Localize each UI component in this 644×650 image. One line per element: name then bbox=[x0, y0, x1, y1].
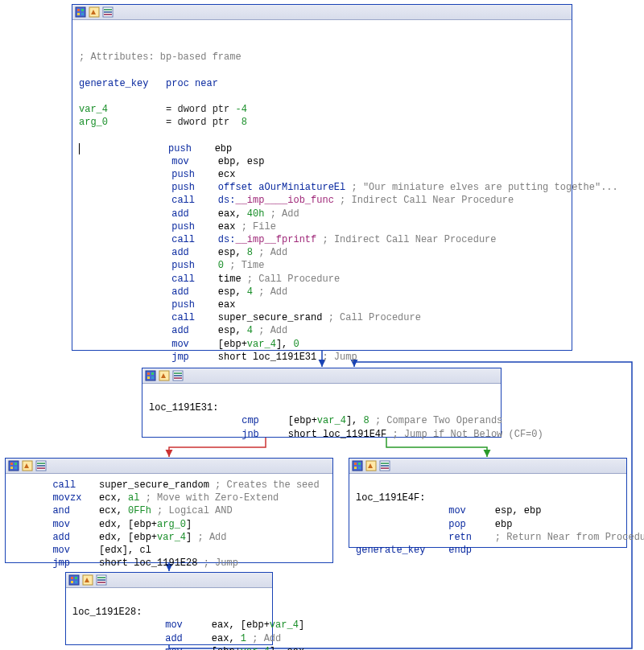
insn-call: call bbox=[171, 274, 195, 285]
svg-rect-43 bbox=[71, 581, 73, 583]
disasm-body[interactable]: loc_1191E4F: mov esp, ebp pop ebp retn ;… bbox=[349, 474, 626, 562]
svg-rect-30 bbox=[353, 461, 362, 471]
insn-jmp: jmp bbox=[52, 557, 70, 569]
insn-cmp: cmp bbox=[242, 415, 259, 426]
imp-fprintf: __imp__fprintf bbox=[235, 234, 316, 245]
paint-icon[interactable] bbox=[365, 460, 377, 471]
paint-icon[interactable] bbox=[89, 6, 100, 18]
paint-icon[interactable] bbox=[82, 574, 93, 586]
arg0-ref: arg_0 bbox=[157, 519, 186, 530]
ds-prefix: ds: bbox=[218, 195, 236, 206]
call-comment: ; Indirect Call Near Procedure bbox=[316, 234, 496, 245]
text-cursor bbox=[79, 143, 80, 154]
imm-4: 4 bbox=[247, 286, 253, 298]
imm-40h: 40h bbox=[247, 208, 265, 220]
op-movzx: ecx, bbox=[99, 492, 128, 504]
group-icon[interactable] bbox=[102, 6, 114, 18]
var4-ref: var_4 bbox=[157, 532, 186, 543]
svg-rect-13 bbox=[147, 376, 150, 379]
svg-rect-3 bbox=[77, 13, 80, 15]
attributes-comment: ; Attributes: bp-based frame bbox=[79, 51, 242, 63]
insn-call: call bbox=[171, 312, 195, 323]
insn-pop: pop bbox=[448, 519, 466, 530]
paint-icon[interactable] bbox=[159, 370, 170, 381]
add-comment: ; Add bbox=[192, 532, 226, 543]
insn-jmp: jmp bbox=[171, 352, 189, 363]
endp-name: generate_key bbox=[356, 545, 425, 556]
var4-name: var_4 bbox=[79, 104, 108, 115]
insn-push: push bbox=[171, 260, 195, 271]
op-mov2a: [ebp+ bbox=[212, 646, 241, 650]
paint-icon[interactable] bbox=[22, 460, 33, 471]
op-esp8: esp, bbox=[218, 247, 247, 258]
insn-add: add bbox=[171, 325, 189, 336]
var4-def: = dword ptr bbox=[166, 104, 235, 115]
op-mov2b: ], eax bbox=[270, 646, 304, 650]
group-icon[interactable] bbox=[379, 460, 390, 471]
op-mov1a: eax, [ebp+ bbox=[212, 619, 270, 631]
svg-rect-14 bbox=[151, 376, 154, 379]
imm-8: 8 bbox=[247, 247, 253, 258]
op-eax: eax bbox=[218, 299, 236, 311]
op-mov1b: ] bbox=[299, 619, 304, 631]
group-icon[interactable] bbox=[172, 370, 184, 381]
svg-rect-4 bbox=[81, 13, 84, 15]
node-random-body[interactable]: call super_secure_random ; Creates the s… bbox=[5, 458, 333, 563]
and-comment: ; Logical AND bbox=[151, 505, 233, 516]
svg-rect-38 bbox=[381, 465, 389, 467]
group-icon[interactable] bbox=[35, 460, 47, 471]
svg-rect-34 bbox=[358, 467, 361, 469]
insn-retn: retn bbox=[448, 532, 472, 543]
svg-rect-49 bbox=[97, 582, 105, 583]
svg-rect-0 bbox=[76, 7, 85, 17]
arg0-offset: 8 bbox=[242, 117, 247, 128]
svg-rect-11 bbox=[147, 372, 150, 375]
palette-icon[interactable] bbox=[145, 370, 156, 381]
node-titlebar bbox=[349, 459, 626, 474]
op-and: ecx, bbox=[99, 505, 128, 516]
svg-rect-28 bbox=[37, 465, 45, 467]
svg-rect-47 bbox=[97, 577, 105, 578]
palette-icon[interactable] bbox=[8, 460, 19, 471]
node-generate-key-prologue[interactable]: ; Attributes: bp-based frame generate_ke… bbox=[72, 4, 572, 351]
ida-graph-canvas[interactable]: ; Attributes: bp-based frame generate_ke… bbox=[0, 0, 644, 650]
retn-comment: ; Return Near from Procedure bbox=[495, 532, 644, 543]
svg-rect-19 bbox=[174, 377, 182, 379]
imm-4: 4 bbox=[247, 325, 253, 336]
insn-call: call bbox=[171, 195, 195, 206]
insn-mov: mov bbox=[52, 545, 70, 556]
jnb-target: short loc_1191E4F bbox=[288, 429, 386, 440]
insn-push: push bbox=[168, 143, 192, 154]
insn-movzx: movzx bbox=[52, 492, 81, 504]
palette-icon[interactable] bbox=[75, 6, 86, 18]
call-comment: ; Call Procedure bbox=[322, 312, 420, 323]
disasm-body[interactable]: ; Attributes: bp-based frame generate_ke… bbox=[72, 20, 572, 368]
palette-icon[interactable] bbox=[68, 574, 80, 586]
svg-rect-20 bbox=[9, 461, 19, 471]
var4-ref: var_4 bbox=[241, 646, 270, 650]
svg-rect-7 bbox=[104, 9, 112, 10]
op-eax: eax, bbox=[218, 208, 247, 220]
node-loc-1191E28[interactable]: loc_1191E28: mov eax, [ebp+var_4] add ea… bbox=[65, 572, 273, 645]
imm-0: 0 bbox=[218, 260, 229, 271]
cmp-comment: ; Compare Two Operands bbox=[369, 415, 503, 426]
disasm-body[interactable]: call super_secure_random ; Creates the s… bbox=[6, 474, 332, 574]
node-loc-1191E31[interactable]: loc_1191E31: cmp [ebp+var_4], 8 ; Compar… bbox=[142, 368, 502, 438]
insn-call: call bbox=[52, 479, 76, 491]
op-var4: [ebp+ bbox=[218, 339, 247, 350]
string-comment: ; "Our miniature elves are putting toget… bbox=[351, 182, 617, 193]
palette-icon[interactable] bbox=[352, 460, 363, 471]
svg-rect-17 bbox=[174, 372, 182, 374]
group-icon[interactable] bbox=[96, 574, 107, 586]
call-comment: ; Call Procedure bbox=[242, 274, 340, 285]
node-titlebar bbox=[66, 573, 272, 588]
insn-add: add bbox=[171, 208, 189, 220]
disasm-body[interactable]: loc_1191E31: cmp [ebp+var_4], 8 ; Compar… bbox=[142, 384, 501, 446]
svg-rect-33 bbox=[354, 467, 357, 469]
node-loc-1191E4F[interactable]: loc_1191E4F: mov esp, ebp pop ebp retn ;… bbox=[349, 458, 627, 548]
svg-rect-29 bbox=[37, 467, 45, 469]
svg-rect-31 bbox=[354, 463, 357, 465]
svg-rect-40 bbox=[69, 575, 79, 585]
disasm-body[interactable]: loc_1191E28: mov eax, [ebp+var_4] add ea… bbox=[66, 588, 272, 650]
op-ebp: ebp bbox=[215, 143, 233, 154]
